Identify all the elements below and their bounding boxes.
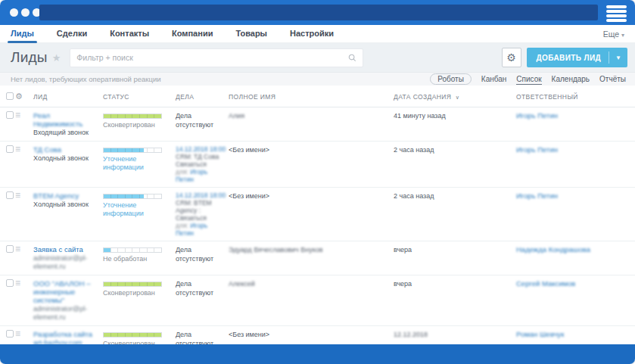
responsible-link[interactable]: Игорь Петин: [516, 145, 558, 154]
fullname-cell: <Без имени>: [229, 326, 394, 345]
row-menu-icon[interactable]: ≡: [15, 144, 20, 154]
table-row: ≡Реал НедвижимостьВходящий звонокСконвер…: [0, 107, 635, 142]
column-header-4[interactable]: ДАТА СОЗДАНИЯ ∨: [394, 86, 516, 107]
column-header-2[interactable]: ДЕЛА: [176, 86, 229, 107]
row-checkbox-cell: [0, 275, 15, 326]
fullname-text: Эдуард Вячеславович Внуков: [229, 246, 323, 254]
row-checkbox[interactable]: [6, 245, 14, 253]
lead-cell: Заявка с сайтаadministrator@pl-element.r…: [33, 241, 103, 275]
grid-settings-gear-icon[interactable]: ⚙: [15, 92, 23, 101]
created-cell: вчера: [394, 275, 516, 326]
row-menu-icon[interactable]: ≡: [15, 110, 20, 120]
created-cell: 2 часа назад: [394, 142, 516, 188]
lead-link[interactable]: Заявка с сайта: [33, 245, 101, 254]
row-checkbox-cell: [0, 241, 15, 275]
nav-tab-1[interactable]: Сделки: [51, 25, 93, 42]
row-checkbox[interactable]: [6, 111, 14, 119]
header-checkbox-cell: [0, 86, 15, 107]
row-menu-cell: ≡: [15, 107, 33, 142]
status-cell: Не обработан: [103, 241, 176, 275]
lead-cell: ТД СоваХолодный звонок: [33, 142, 103, 188]
lead-subtitle: administrator@pl-element.ru: [33, 254, 101, 271]
header-gear-cell: ⚙: [15, 86, 33, 107]
created-date-text: 2 часа назад: [394, 146, 434, 154]
search-input[interactable]: [76, 53, 348, 62]
activity-date-link[interactable]: 14.12.2018 18:00: [176, 191, 227, 199]
lead-link[interactable]: Разработка сайта art-bazhov.com: [33, 330, 101, 344]
chevron-down-icon[interactable]: ▼: [609, 54, 627, 61]
gear-icon: ⚙: [506, 51, 516, 64]
row-checkbox[interactable]: [6, 145, 14, 153]
view-tab-3[interactable]: Календарь: [552, 74, 590, 84]
activity-line: Связаться: [176, 214, 227, 222]
status-label: Сконвертирован: [103, 121, 174, 129]
responsible-link[interactable]: Игорь Петин: [516, 111, 558, 120]
created-cell: 41 минуту назад: [394, 107, 516, 142]
created-date-text: вчера: [394, 280, 412, 288]
nav-tab-4[interactable]: Товары: [229, 25, 273, 42]
fullname-text: <Без имени>: [229, 331, 269, 338]
select-all-checkbox[interactable]: [6, 92, 14, 100]
responsible-link[interactable]: Игорь Петин: [516, 191, 558, 200]
responsible-cell: Надежда Кондрашова: [516, 241, 635, 275]
page-title: Лиды: [11, 49, 48, 66]
lead-link[interactable]: ТД Сова: [33, 145, 101, 154]
status-progress-bar: [103, 247, 162, 253]
row-menu-cell: ≡: [15, 326, 33, 345]
footer-bar: [0, 344, 635, 364]
status-progress-bar: [103, 332, 162, 338]
row-menu-cell: ≡: [15, 275, 33, 326]
app-window: ЛидыСделкиКонтактыКомпанииТоварыНастройк…: [0, 0, 635, 364]
add-lead-button[interactable]: ДОБАВИТЬ ЛИД ▼: [527, 48, 627, 67]
row-checkbox[interactable]: [6, 279, 14, 287]
responsible-link[interactable]: Сергей Максимов: [516, 279, 575, 288]
fullname-text: Алексей: [229, 280, 255, 288]
nav-tab-0[interactable]: Лиды: [5, 25, 40, 42]
status-label: Уточнение информации: [103, 155, 174, 172]
view-tab-4[interactable]: Отчёты: [599, 74, 626, 84]
status-cell: Сконвертирован: [103, 107, 176, 142]
status-bar-segments: [104, 194, 161, 198]
nav-tab-3[interactable]: Компании: [166, 25, 219, 42]
row-menu-icon[interactable]: ≡: [15, 278, 20, 288]
column-header-3[interactable]: ПОЛНОЕ ИМЯ: [229, 86, 394, 107]
nav-tab-5[interactable]: Настройки: [284, 25, 340, 42]
topbar-search-region[interactable]: [39, 5, 598, 20]
activity-cell: Дела отсутствуют: [176, 241, 229, 275]
responsible-link[interactable]: Надежда Кондрашова: [516, 245, 590, 254]
lead-link[interactable]: BTEM Agency: [33, 191, 101, 200]
status-label: Уточнение информации: [103, 201, 174, 218]
favorite-star-icon[interactable]: ★: [52, 52, 61, 64]
row-menu-icon[interactable]: ≡: [15, 244, 20, 254]
filter-search-box[interactable]: [70, 48, 363, 67]
activity-cell: 14.12.2018 18:00CRM: ТД СоваСвязатьсядля…: [176, 142, 229, 188]
responsible-link[interactable]: Роман Шевчук: [516, 330, 564, 338]
row-menu-icon[interactable]: ≡: [15, 190, 20, 201]
row-checkbox[interactable]: [6, 330, 14, 338]
nav-more-label: Еще: [603, 30, 619, 39]
fullname-cell: Алексей: [229, 275, 394, 326]
lead-link[interactable]: Реал Недвижимость: [33, 111, 101, 128]
window-controls: [10, 8, 41, 17]
hamburger-menu-icon[interactable]: [606, 5, 627, 23]
activity-date-link[interactable]: 14.12.2018 18:00: [176, 145, 227, 153]
view-tab-0[interactable]: Роботы: [430, 73, 472, 85]
lead-link[interactable]: ООО "АВАЛОН – инженерные системы": [33, 279, 101, 304]
view-tab-1[interactable]: Канбан: [481, 74, 507, 84]
column-header-1[interactable]: СТАТУС: [103, 86, 176, 107]
nav-more-button[interactable]: Еще ▾: [603, 30, 624, 39]
row-checkbox-cell: [0, 326, 15, 345]
status-progress-bar: [103, 114, 162, 119]
nav-tab-2[interactable]: Контакты: [104, 25, 155, 42]
row-checkbox[interactable]: [6, 191, 14, 199]
settings-gear-button[interactable]: ⚙: [502, 48, 521, 67]
fullname-text: <Без имени>: [229, 146, 269, 154]
row-menu-icon[interactable]: ≡: [15, 328, 20, 339]
activity-empty-label: Дела отсутствуют: [176, 280, 213, 297]
leads-table: ⚙ЛИДСТАТУСДЕЛАПОЛНОЕ ИМЯДАТА СОЗДАНИЯ ∨О…: [0, 86, 635, 344]
view-tab-2[interactable]: Список: [516, 74, 541, 85]
table-row: ≡BTEM AgencyХолодный звонокУточнение инф…: [0, 188, 635, 241]
column-header-0[interactable]: ЛИД: [33, 86, 103, 107]
created-date-text: вчера: [394, 246, 412, 254]
column-header-5[interactable]: ОТВЕТСТВЕННЫЙ: [516, 86, 635, 107]
